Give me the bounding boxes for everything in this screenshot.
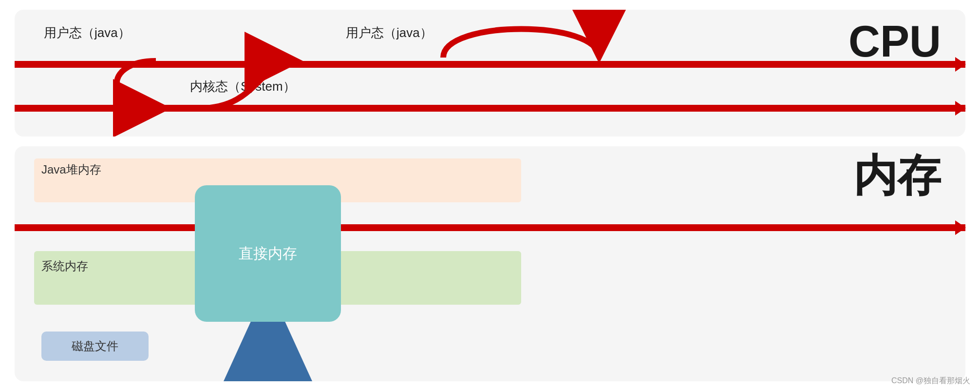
system-memory-label: 系统内存: [41, 258, 88, 274]
direct-memory-label: 直接内存: [239, 244, 297, 264]
cpu-label: CPU: [848, 20, 941, 63]
watermark: CSDN @独自看那烟火: [891, 376, 970, 386]
memory-red-line: [15, 224, 965, 231]
cpu-section: CPU 用户态（java） 用户态（java） 内核态（System）: [15, 10, 965, 137]
disk-file-label: 磁盘文件: [72, 338, 118, 354]
memory-label: 内存: [853, 154, 941, 197]
cpu-arcs-svg: [15, 10, 965, 137]
cpu-red-line-bottom: [15, 105, 965, 112]
java-heap-label: Java堆内存: [41, 162, 101, 177]
kernel-mode-label: 内核态（System）: [190, 78, 296, 95]
user-mode-right-label: 用户态（java）: [346, 24, 433, 41]
cpu-red-line-top: [15, 61, 965, 68]
direct-memory-box: 直接内存: [195, 185, 341, 322]
memory-section: 内存 Java堆内存 系统内存 直接内存 磁盘文件: [15, 146, 965, 381]
user-mode-top-label: 用户态（java）: [44, 24, 131, 41]
disk-file-box: 磁盘文件: [41, 332, 149, 361]
main-container: CPU 用户态（java） 用户态（java） 内核态（System）: [0, 0, 980, 391]
